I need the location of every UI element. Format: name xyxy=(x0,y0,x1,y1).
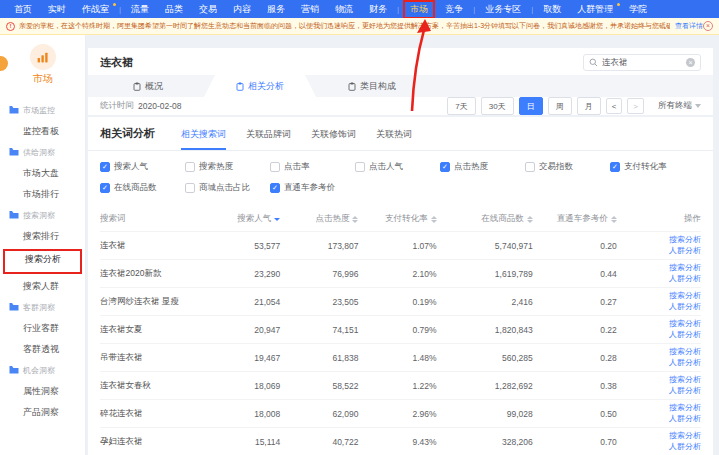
nav-item-service[interactable]: 服务 xyxy=(259,3,293,16)
range-button-30d[interactable]: 30天 xyxy=(481,97,514,115)
action-link-audience-analysis[interactable]: 人群分析 xyxy=(669,302,701,312)
checkbox-box[interactable] xyxy=(185,162,195,172)
action-link-audience-analysis[interactable]: 人群分析 xyxy=(669,442,701,452)
sidebar-item-monitor-board[interactable]: 监控看板 xyxy=(0,121,85,142)
checkbox-box[interactable]: ✓ xyxy=(270,183,280,193)
analysis-tab-related-hot-words[interactable]: 关联热词 xyxy=(376,128,412,150)
nav-item-trade[interactable]: 交易 xyxy=(191,3,225,16)
metric-checkbox[interactable]: 商城点击占比 xyxy=(185,182,270,194)
sidebar-group-opportunity-insight[interactable]: 机会洞察 xyxy=(0,360,85,381)
sidebar-item-attribute-insight[interactable]: 属性洞察 xyxy=(0,381,85,402)
nav-item-finance[interactable]: 财务 xyxy=(361,3,395,16)
tab-related-analysis[interactable]: 相关分析 xyxy=(204,75,316,97)
sidebar-item-industry-customers[interactable]: 行业客群 xyxy=(0,318,85,339)
content-card: 连衣裙 连衣裙 × 概况相关分析类目构成 统计时间 2020-02-08 7天3… xyxy=(88,48,713,455)
action-link-search-analysis[interactable]: 搜索分析 xyxy=(669,375,701,385)
range-button-day[interactable]: 日 xyxy=(519,97,543,115)
checkbox-box[interactable]: ✓ xyxy=(440,162,450,172)
app-logo[interactable]: 市场 xyxy=(0,35,85,86)
notice-link[interactable]: 查看详情 xyxy=(675,21,703,31)
nav-item-business-zone[interactable]: 业务专区 xyxy=(477,3,529,16)
metric-checkbox[interactable]: 交易指数 xyxy=(525,161,610,173)
action-link-search-analysis[interactable]: 搜索分析 xyxy=(669,431,701,441)
action-link-audience-analysis[interactable]: 人群分析 xyxy=(669,330,701,340)
range-button-month[interactable]: 月 xyxy=(577,97,601,115)
cell-value: 0.19% xyxy=(358,297,436,307)
analysis-tab-related-search-words[interactable]: 相关搜索词 xyxy=(181,128,226,150)
nav-item-market[interactable]: 市场 xyxy=(403,0,435,18)
terminal-dropdown[interactable]: 所有终端 xyxy=(658,100,701,112)
nav-item-competition[interactable]: 竞争 xyxy=(437,3,471,16)
column-header-online-products[interactable]: 在线商品数 xyxy=(437,213,533,225)
action-link-audience-analysis[interactable]: 人群分析 xyxy=(669,414,701,424)
action-link-audience-analysis[interactable]: 人群分析 xyxy=(669,386,701,396)
sidebar-item-product-insight[interactable]: 产品洞察 xyxy=(0,402,85,423)
action-link-audience-analysis[interactable]: 人群分析 xyxy=(669,246,701,256)
nav-item-audience-management[interactable]: 人群管理 xyxy=(569,3,621,16)
action-link-audience-analysis[interactable]: 人群分析 xyxy=(669,358,701,368)
sidebar-item-search-rank[interactable]: 搜索排行 xyxy=(0,226,85,247)
sidebar-group-supply-insight[interactable]: 供给洞察 xyxy=(0,142,85,163)
nav-item-war-room[interactable]: 作战室 xyxy=(74,3,117,16)
keyword-search-box[interactable]: 连衣裙 × xyxy=(583,54,701,71)
metric-checkbox[interactable]: ✓点击热度 xyxy=(440,161,525,173)
next-button[interactable]: > xyxy=(627,98,644,114)
column-header-search-popularity[interactable]: 搜索人气 xyxy=(202,213,280,225)
tab-category-composition[interactable]: 类目构成 xyxy=(316,75,428,97)
metric-checkbox[interactable]: ✓搜索人气 xyxy=(100,161,185,173)
analysis-tab-related-brand-words[interactable]: 关联品牌词 xyxy=(246,128,291,150)
sidebar-group-market-monitor[interactable]: 市场监控 xyxy=(0,100,85,121)
action-link-search-analysis[interactable]: 搜索分析 xyxy=(669,263,701,273)
metric-checkbox[interactable]: 点击人气 xyxy=(355,161,440,173)
range-button-7d[interactable]: 7天 xyxy=(447,97,475,115)
sidebar-item-market-overview[interactable]: 市场大盘 xyxy=(0,163,85,184)
nav-item-realtime[interactable]: 实时 xyxy=(40,3,74,16)
checkbox-box[interactable] xyxy=(525,162,535,172)
column-header-payment-conversion[interactable]: 支付转化率 xyxy=(358,213,436,225)
sidebar-group-customer-insight[interactable]: 客群洞察 xyxy=(0,297,85,318)
action-link-search-analysis[interactable]: 搜索分析 xyxy=(669,319,701,329)
search-icon xyxy=(589,58,598,67)
metric-checkbox[interactable]: ✓在线商品数 xyxy=(100,182,185,194)
nav-item-logistics[interactable]: 物流 xyxy=(327,3,361,16)
analysis-tab-related-modifier-words[interactable]: 关联修饰词 xyxy=(311,128,356,150)
cell-search-word: 孕妇连衣裙 xyxy=(100,436,202,448)
sidebar-group-search-insight[interactable]: 搜索洞察 xyxy=(0,205,85,226)
close-icon[interactable]: × xyxy=(703,21,713,31)
nav-item-academy[interactable]: 学院 xyxy=(621,3,655,16)
sidebar-item-customer-perspective[interactable]: 客群透视 xyxy=(0,339,85,360)
column-header-ztc-reference-price[interactable]: 直通车参考价 xyxy=(533,213,617,225)
metric-checkbox[interactable]: ✓支付转化率 xyxy=(610,161,695,173)
clear-icon[interactable]: × xyxy=(686,58,695,67)
tab-overview[interactable]: 概况 xyxy=(92,75,204,97)
action-link-search-analysis[interactable]: 搜索分析 xyxy=(669,403,701,413)
top-navigation: 首页实时作战室|流量品类交易内容服务营销物流财务|市场竞争|业务专区|取数人群管… xyxy=(0,0,719,18)
checkbox-box[interactable] xyxy=(355,162,365,172)
sidebar-item-search-audience[interactable]: 搜索人群 xyxy=(0,276,85,297)
checkbox-box[interactable]: ✓ xyxy=(100,183,110,193)
action-link-audience-analysis[interactable]: 人群分析 xyxy=(669,274,701,284)
checkbox-box[interactable]: ✓ xyxy=(610,162,620,172)
nav-item-marketing[interactable]: 营销 xyxy=(293,3,327,16)
action-link-search-analysis[interactable]: 搜索分析 xyxy=(669,291,701,301)
nav-item-home[interactable]: 首页 xyxy=(6,3,40,16)
sidebar-item-search-analysis[interactable]: 搜索分析 xyxy=(3,249,82,274)
column-header-click-heat[interactable]: 点击热度 xyxy=(280,213,358,225)
metric-checkbox[interactable]: 搜索热度 xyxy=(185,161,270,173)
metric-checkbox[interactable]: ✓直通车参考价 xyxy=(270,182,355,194)
prev-button[interactable]: < xyxy=(606,98,623,114)
metric-checkbox[interactable]: 点击率 xyxy=(270,161,355,173)
folder-icon xyxy=(9,105,19,116)
checkbox-box[interactable] xyxy=(185,183,195,193)
action-link-search-analysis[interactable]: 搜索分析 xyxy=(669,235,701,245)
checkbox-box[interactable] xyxy=(270,162,280,172)
nav-item-content[interactable]: 内容 xyxy=(225,3,259,16)
nav-item-data-extract[interactable]: 取数 xyxy=(535,3,569,16)
cell-value: 0.44 xyxy=(533,269,617,279)
nav-item-traffic[interactable]: 流量 xyxy=(123,3,157,16)
checkbox-box[interactable]: ✓ xyxy=(100,162,110,172)
action-link-search-analysis[interactable]: 搜索分析 xyxy=(669,347,701,357)
nav-item-category[interactable]: 品类 xyxy=(157,3,191,16)
range-button-week[interactable]: 周 xyxy=(548,97,572,115)
sidebar-item-market-rank[interactable]: 市场排行 xyxy=(0,184,85,205)
